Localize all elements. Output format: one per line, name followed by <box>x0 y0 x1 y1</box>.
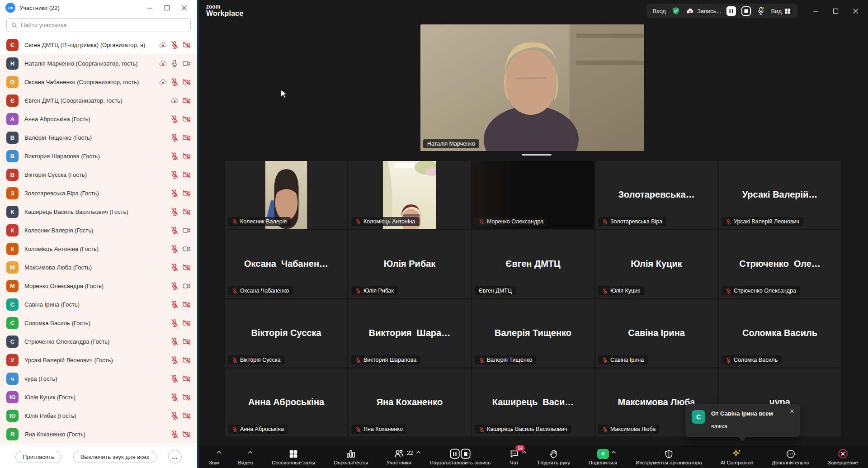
view-button[interactable]: Вид <box>771 8 791 14</box>
chat-notification-close-icon[interactable]: ✕ <box>788 407 796 415</box>
active-speaker-video[interactable]: Наталія Марченко <box>420 24 644 151</box>
participants-minimize-button[interactable] <box>141 2 158 14</box>
toolbar-share-screen-button[interactable]: Поделиться <box>589 448 618 465</box>
video-tile[interactable]: Євген ДМТЦЄвген ДМТЦ <box>472 230 594 298</box>
meeting-window: zoom Workplace Вход Запись... <box>199 0 868 468</box>
participants-close-button[interactable] <box>175 2 193 14</box>
participant-row[interactable]: ССавіна Ірина (Гость) <box>0 295 197 314</box>
video-tile[interactable]: Виктория Шара… Виктория Шарапова <box>349 299 471 367</box>
more-options-button[interactable]: … <box>168 450 182 463</box>
toolbar-polls-button[interactable]: Опросы/тесты <box>334 448 368 465</box>
recording-icon <box>159 78 167 86</box>
participant-row[interactable]: ВВалерія Тищенко (Гость) <box>0 128 197 147</box>
participant-row[interactable]: ККоломієць Антоніна (Гость) <box>0 240 197 258</box>
mouse-cursor <box>279 89 289 99</box>
video-tile[interactable]: Оксана Чабанен… Оксана Чабаненко <box>225 230 347 298</box>
participant-row[interactable]: ММаксимова Люба (Гость) <box>0 258 197 277</box>
mic-muted-icon <box>232 288 238 294</box>
mic-muted-icon <box>170 78 179 86</box>
toolbar-breakout-rooms-button[interactable]: Сессионные залы <box>272 448 315 465</box>
invite-button[interactable]: Пригласить <box>15 451 61 463</box>
toolbar-audio-button[interactable]: Звук <box>209 448 220 465</box>
speaker-drag-handle[interactable] <box>522 154 552 156</box>
login-button[interactable]: Вход <box>653 8 666 14</box>
participant-row[interactable]: ААнна Аброськіна (Гость) <box>0 110 197 128</box>
participants-maximize-button[interactable] <box>158 2 175 14</box>
participant-row[interactable]: ННаталія Марченко (Соорганизатор, гость) <box>0 54 197 73</box>
toolbar-raise-hand-button[interactable]: Поднять руку <box>538 448 570 465</box>
camera-off-icon <box>182 263 191 272</box>
logo-workplace-text: Workplace <box>206 10 243 18</box>
video-tile[interactable]: Анна Аброськіна Анна Аброськіна <box>225 369 347 436</box>
participant-avatar: К <box>6 206 19 218</box>
share-screen-chevron-icon[interactable] <box>611 450 616 454</box>
participant-row[interactable]: ччура (Гость) <box>0 369 197 388</box>
security-shield-icon[interactable] <box>671 6 680 15</box>
mute-all-button[interactable]: Выключить звук для всех <box>73 451 156 463</box>
video-tile[interactable]: Юлія Куцик Юлія Куцик <box>595 230 717 298</box>
participants-icon <box>394 449 404 459</box>
participants-titlebar: zm Участники (22) <box>0 0 197 15</box>
video-tile[interactable]: Моренко Олександра <box>472 161 594 229</box>
participant-avatar: В <box>6 132 19 144</box>
participant-row[interactable]: ККаширець Василь Васильович (Гость) <box>0 203 197 221</box>
participant-name: Савіна Ірина (Гость) <box>24 301 170 308</box>
participants-chevron-icon[interactable] <box>416 450 421 454</box>
toolbar-video-button[interactable]: Видео <box>238 448 253 465</box>
pause-recording-button[interactable] <box>726 6 736 16</box>
participant-row[interactable]: УУрсакі Валерій Леонович (Гость) <box>0 351 197 369</box>
participant-name: Моренко Олександра (Гость) <box>24 283 170 289</box>
video-tile[interactable]: Золотаревська… Золотаревська Віра <box>595 161 717 229</box>
pause-stop-recording-label: Пауза/остановить запись <box>430 460 491 465</box>
participant-row[interactable]: ЗЗолотаревська Віра (Гость) <box>0 184 197 203</box>
video-tile[interactable]: Юлія Рибак Юлія Рибак <box>349 230 471 298</box>
chat-notification[interactable]: С От Савіна Ірина всем важка ✕ <box>685 404 800 437</box>
video-tile[interactable]: Каширець Васи… Каширець Василь Васильови… <box>472 369 594 436</box>
video-tile[interactable]: Урсакі Валерій… Урсакі Валерій Леонович <box>719 161 841 229</box>
video-tile[interactable]: Стрюченко Оле… Стрюченко Олександра <box>719 230 841 298</box>
more-icon <box>786 449 796 459</box>
participant-row[interactable]: ККолесник Валерія (Гость) <box>0 221 197 240</box>
toolbar-more-button[interactable]: Дополнительно <box>772 448 809 465</box>
video-chevron-icon[interactable] <box>248 450 253 454</box>
participant-row[interactable]: ООксана Чабаненко (Соорганизатор, гость) <box>0 73 197 91</box>
participant-search-box[interactable] <box>6 18 191 32</box>
participant-row[interactable]: ВВиктория Шарапова (Гость) <box>0 147 197 165</box>
chat-chevron-icon[interactable] <box>522 450 527 454</box>
participant-avatar: У <box>6 354 19 366</box>
participant-row[interactable]: ЄЄвген ДМТЦ (ІТ-підтримка) (Организатор,… <box>0 36 197 54</box>
participant-row[interactable]: ВВікторія Сусска (Гость) <box>0 165 197 184</box>
window-close-button[interactable] <box>845 4 865 18</box>
toolbar-participants-button[interactable]: 22Участники <box>387 448 411 465</box>
participant-avatar: Н <box>6 57 19 70</box>
video-tile[interactable]: Савіна Ірина Савіна Ірина <box>595 299 717 367</box>
toolbar-ai-companion-button[interactable]: AI Companion <box>721 448 754 465</box>
audio-chevron-icon[interactable] <box>217 450 222 454</box>
participant-row[interactable]: ЯЯна Коханенко (Гость) <box>0 425 197 444</box>
toolbar-end-meeting-button[interactable]: Завершение <box>828 448 858 465</box>
video-tile[interactable]: Валерія Тищенко Валерія Тищенко <box>472 299 594 367</box>
toolbar-pause-stop-recording-button[interactable]: Пауза/остановить запись <box>430 448 491 465</box>
participant-row[interactable]: ЮЮлія Рибак (Гость) <box>0 407 197 425</box>
stop-recording-button[interactable] <box>741 6 751 16</box>
participant-row[interactable]: ССоломка Василь (Гость) <box>0 314 197 332</box>
participant-row[interactable]: ЄЄвген ДМТЦ (Соорганизатор, гость) <box>0 91 197 110</box>
video-tile[interactable]: Колесник Валерія <box>225 161 347 229</box>
toolbar-chat-button[interactable]: 14Чат <box>509 448 519 465</box>
video-tile[interactable]: Коломієць Антоніна <box>349 161 471 229</box>
participant-row[interactable]: ССтрюченко Олександра (Гость) <box>0 332 197 351</box>
video-tile[interactable]: Вікторія Сусска Вікторія Сусска <box>225 299 347 367</box>
end-meeting-label: Завершение <box>828 460 858 465</box>
mic-muted-icon <box>602 357 608 363</box>
video-tile[interactable]: Соломка Василь Соломка Василь <box>719 299 841 367</box>
mic-status-icon[interactable] <box>756 6 765 15</box>
window-minimize-button[interactable] <box>806 4 826 18</box>
tile-display-name: Виктория Шара… <box>349 328 471 338</box>
mic-muted-icon <box>170 319 179 327</box>
toolbar-host-tools-button[interactable]: Инструменты организатора <box>636 448 702 465</box>
search-input[interactable] <box>21 22 186 28</box>
window-maximize-button[interactable] <box>826 4 845 18</box>
participant-row[interactable]: ЮЮлія Куцик (Гость) <box>0 388 197 407</box>
participant-row[interactable]: ММоренко Олександра (Гость) <box>0 277 197 295</box>
video-tile[interactable]: Яна Коханенко Яна Коханенко <box>349 369 471 436</box>
